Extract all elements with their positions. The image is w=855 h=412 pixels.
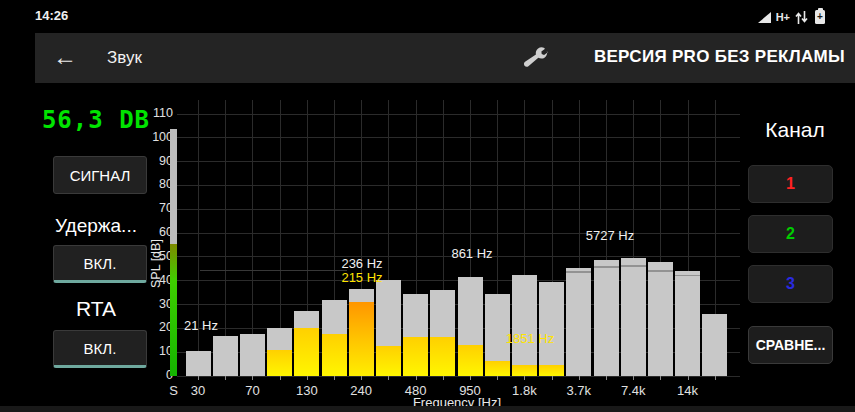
y-tick-label: 40 [135, 273, 173, 287]
y-tick-label: 10 [135, 344, 173, 358]
rta-toggle-button[interactable]: ВКЛ. [53, 330, 147, 368]
x-tick-mark [688, 376, 689, 380]
spectrum-bar-live [539, 365, 564, 376]
app-screen: 14:26 H+ + ← Звук ВЕРСИЯ PRO БЕЗ РЕКЛАМЫ… [0, 0, 855, 412]
peak-frequency-annotation: 236 Hz [341, 256, 382, 271]
channel-3-button[interactable]: 3 [748, 265, 833, 303]
spectrum-bar-peak [702, 314, 727, 376]
y-tick-label: 30 [135, 297, 173, 311]
page-title: Звук [107, 48, 142, 68]
x-tick-label: 7.4k [611, 383, 655, 398]
x-tick-mark [416, 376, 417, 380]
gridline-horizontal [177, 185, 740, 186]
spectrum-bar-holdline [566, 271, 591, 273]
spectrum-bar-holdline [621, 265, 646, 267]
y-tick-label: 0 [135, 368, 173, 382]
spectrum-bar-live [458, 345, 483, 376]
y-tick-label: 90 [135, 154, 173, 168]
gridline-vertical [198, 100, 199, 376]
peak-frequency-annotation: 1851 Hz [506, 331, 554, 346]
spectrum-plot: S30701302404809501.8k3.7k7.4k14k21 Hz236… [177, 100, 740, 376]
pro-version-banner[interactable]: ВЕРСИЯ PRO БЕЗ РЕКЛАМЫ [594, 47, 845, 67]
spectrum-bar-live [376, 346, 401, 376]
peak-frequency-annotation: 21 Hz [184, 318, 218, 333]
signal-button[interactable]: СИГНАЛ [53, 156, 147, 194]
spectrum-bar-peak [675, 271, 700, 376]
clock: 14:26 [35, 8, 68, 23]
y-tick-label: 60 [135, 225, 173, 239]
x-tick-mark [606, 376, 607, 380]
spectrum-bar-holdline [675, 275, 700, 277]
x-tick-mark [715, 376, 716, 380]
peak-frequency-annotation: 861 Hz [451, 246, 492, 261]
gridline-horizontal [177, 114, 740, 115]
x-tick-label: 130 [285, 383, 329, 398]
x-tick-mark [497, 376, 498, 380]
spectrum-bar-peak [240, 334, 265, 376]
x-tick-mark [470, 376, 471, 380]
x-tick-mark [307, 376, 308, 380]
channel-1-button[interactable]: 1 [748, 165, 833, 203]
hold-toggle-button[interactable]: ВКЛ. [53, 245, 147, 283]
x-tick-mark [388, 376, 389, 380]
app-bar: ← Звук ВЕРСИЯ PRO БЕЗ РЕКЛАМЫ [35, 33, 855, 83]
gridline-horizontal [177, 161, 740, 162]
spectrum-bar-live [294, 328, 319, 376]
spectrum-bar-peak [186, 351, 211, 376]
navigation-bar-strip [0, 406, 855, 412]
spectrum-bar-peak [621, 258, 646, 376]
level-meter-current [170, 244, 177, 376]
x-tick-label: 14k [666, 383, 710, 398]
gridline-horizontal [177, 233, 740, 234]
channel-2-button[interactable]: 2 [748, 215, 833, 253]
spectrum-bar-live [403, 337, 428, 376]
y-tick-label: 100 [135, 130, 173, 144]
x-tick-mark [660, 376, 661, 380]
cellular-signal-icon [758, 12, 771, 23]
x-tick-label: 30 [176, 383, 220, 398]
y-tick-label: 50 [135, 249, 173, 263]
x-tick-mark [334, 376, 335, 380]
spectrum-bar-peak [594, 260, 619, 376]
y-tick-label: 70 [135, 201, 173, 215]
spectrum-bar-holdline [594, 266, 619, 268]
x-tick-mark [552, 376, 553, 380]
x-tick-label: 3.7k [557, 383, 601, 398]
peak-frequency-annotation: 5727 Hz [586, 228, 634, 243]
spectrum-bar-peak [539, 282, 564, 376]
spectrum-bar-live [349, 302, 374, 376]
x-tick-mark [524, 376, 525, 380]
x-tick-mark [361, 376, 362, 380]
x-tick-mark [579, 376, 580, 380]
spectrum-bar-peak [566, 268, 591, 376]
spectrum-bar-live [512, 365, 537, 376]
battery-icon: + [815, 10, 825, 24]
gridline-horizontal [177, 209, 740, 210]
spectrum-bar-live [267, 350, 292, 376]
settings-wrench-icon[interactable] [523, 45, 549, 71]
x-tick-mark [443, 376, 444, 380]
peak-frequency-annotation: 215 Hz [341, 270, 382, 285]
status-bar: 14:26 H+ + [0, 0, 855, 33]
y-tick-label: 80 [135, 177, 173, 191]
spectrum-bar-holdline [648, 270, 673, 272]
x-tick-label: 70 [230, 383, 274, 398]
compare-button[interactable]: СРАВНЕ... [748, 326, 833, 364]
y-tick-label: 20 [135, 320, 173, 334]
data-transfer-arrows-icon [795, 10, 808, 25]
x-tick-mark [225, 376, 226, 380]
x-tick-mark [198, 376, 199, 380]
network-type-label: H+ [776, 11, 790, 23]
spectrum-bar-live [322, 334, 347, 376]
battery-charging-symbol: + [815, 11, 825, 23]
global-hold-line [200, 270, 347, 271]
gridline-horizontal [177, 137, 740, 138]
spectrum-bar-peak [648, 262, 673, 376]
level-meter-peak [170, 129, 177, 243]
x-tick-mark [633, 376, 634, 380]
x-tick-mark [280, 376, 281, 380]
channel-label: Канал [740, 118, 850, 142]
status-icons: H+ + [758, 7, 825, 27]
back-button[interactable]: ← [53, 42, 77, 72]
spectrum-bar-live [430, 337, 455, 376]
